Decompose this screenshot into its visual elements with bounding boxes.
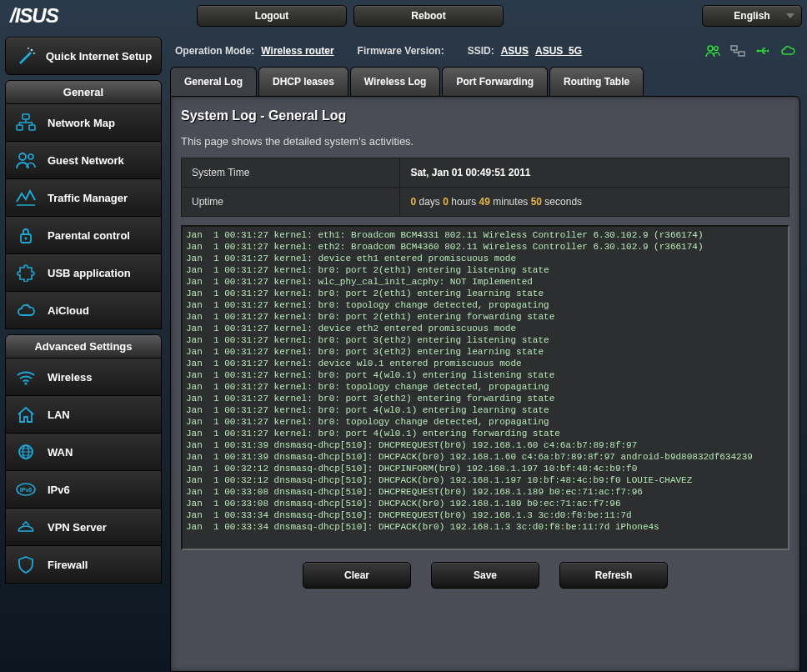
sidebar-item-ipv6[interactable]: IPv6IPv6 — [5, 471, 162, 509]
sidebar-item-wireless[interactable]: Wireless — [5, 359, 162, 396]
sidebar-item-vpn-server[interactable]: VPN Server — [5, 509, 162, 546]
svg-rect-17 — [731, 46, 737, 50]
globe-icon — [14, 442, 38, 462]
tab-routing-table[interactable]: Routing Table — [549, 67, 644, 96]
op-mode-value[interactable]: Wireless router — [261, 45, 333, 57]
refresh-button[interactable]: Refresh — [559, 562, 668, 589]
cloud-status-icon[interactable] — [780, 43, 795, 58]
sidebar-item-traffic-manager[interactable]: Traffic Manager — [5, 179, 162, 217]
sidebar-item-firewall[interactable]: Firewall — [5, 546, 162, 584]
sidebar-item-lan[interactable]: LAN — [5, 396, 162, 434]
advanced-header: Advanced Settings — [5, 334, 162, 359]
svg-point-1 — [33, 53, 35, 54]
network-icon — [14, 113, 38, 133]
ssid-2[interactable]: ASUS_5G — [535, 45, 582, 57]
sidebar-item-guest-network[interactable]: Guest Network — [5, 142, 162, 179]
log-panel: System Log - General Log This page shows… — [170, 96, 800, 672]
svg-point-6 — [19, 153, 26, 160]
usb-status-icon[interactable] — [755, 43, 770, 58]
sidebar-item-label: VPN Server — [48, 521, 107, 534]
puzzle-icon — [14, 263, 38, 283]
chevron-down-icon — [786, 13, 794, 18]
tab-general-log[interactable]: General Log — [170, 67, 257, 96]
general-nav: General Network MapGuest NetworkTraffic … — [5, 80, 162, 329]
quick-internet-setup[interactable]: Quick Internet Setup — [5, 37, 162, 75]
house-icon — [14, 404, 38, 424]
sidebar-item-parental-control[interactable]: Parental control — [5, 217, 162, 254]
wan-status-icon[interactable] — [730, 43, 745, 58]
svg-rect-18 — [739, 52, 744, 56]
general-header: General — [5, 80, 162, 104]
panel-title: System Log - General Log — [181, 108, 789, 123]
sidebar-item-label: WAN — [48, 446, 73, 459]
svg-text:IPv6: IPv6 — [20, 487, 33, 493]
traffic-icon — [14, 188, 38, 208]
sidebar-item-usb-application[interactable]: USB application — [5, 254, 162, 292]
info-bar: Operation Mode: Wireless router Firmware… — [170, 38, 800, 67]
ipv6-icon: IPv6 — [14, 479, 38, 499]
svg-point-15 — [708, 46, 713, 51]
cloud-icon — [14, 300, 38, 320]
svg-point-2 — [28, 48, 29, 49]
system-time-label: System Time — [182, 158, 400, 188]
sidebar-item-label: USB application — [48, 267, 131, 279]
sidebar-item-wan[interactable]: WAN — [5, 434, 162, 471]
sidebar-item-label: AiCloud — [48, 304, 89, 317]
advanced-nav: Advanced Settings WirelessLANWANIPv6IPv6… — [5, 334, 162, 584]
tab-port-forwarding[interactable]: Port Forwarding — [442, 67, 548, 96]
sidebar-item-label: LAN — [48, 409, 70, 421]
sidebar-item-label: Firewall — [48, 559, 88, 571]
system-log-textarea[interactable] — [181, 225, 789, 550]
clear-button[interactable]: Clear — [303, 562, 411, 589]
shield-icon — [14, 554, 38, 574]
sidebar-item-label: Traffic Manager — [48, 192, 128, 204]
language-selector[interactable]: English — [702, 5, 802, 27]
sidebar-item-label: Parental control — [48, 229, 130, 242]
logout-button[interactable]: Logout — [197, 5, 347, 27]
wand-icon — [14, 44, 38, 68]
svg-point-0 — [31, 49, 33, 52]
ssid-label: SSID: — [468, 45, 494, 57]
qis-label: Quick Internet Setup — [46, 50, 152, 63]
sidebar-item-label: IPv6 — [48, 484, 70, 496]
system-time-value: Sat, Jan 01 00:49:51 2011 — [400, 158, 789, 188]
users-status-icon[interactable] — [705, 43, 720, 58]
svg-point-16 — [714, 47, 719, 51]
sidebar-item-label: Guest Network — [48, 154, 124, 167]
reboot-button[interactable]: Reboot — [353, 5, 504, 27]
sidebar-item-label: Network Map — [48, 117, 115, 129]
lock-icon — [14, 225, 38, 245]
vpn-icon — [14, 517, 38, 537]
uptime-value: 0 days 0 hours 49 minutes 50 seconds — [400, 188, 789, 217]
sidebar-item-network-map[interactable]: Network Map — [5, 104, 162, 142]
uptime-label: Uptime — [182, 188, 400, 217]
op-mode-label: Operation Mode: — [175, 45, 254, 57]
guest-icon — [14, 150, 38, 170]
wifi-icon — [14, 367, 38, 387]
tab-dhcp-leases[interactable]: DHCP leases — [258, 67, 348, 96]
asus-logo: /ISUS — [5, 4, 82, 28]
language-label: English — [734, 10, 769, 22]
sidebar-item-label: Wireless — [48, 371, 92, 384]
svg-rect-3 — [23, 114, 29, 119]
svg-point-10 — [24, 382, 27, 384]
panel-description: This page shows the detailed system's ac… — [181, 135, 789, 148]
status-table: System Time Sat, Jan 01 00:49:51 2011 Up… — [181, 158, 789, 217]
svg-rect-4 — [17, 125, 23, 130]
save-button[interactable]: Save — [431, 562, 539, 589]
tab-wireless-log[interactable]: Wireless Log — [350, 67, 441, 96]
svg-point-7 — [28, 154, 33, 159]
svg-rect-5 — [29, 125, 35, 130]
tabs: General LogDHCP leasesWireless LogPort F… — [170, 67, 800, 96]
svg-point-9 — [25, 238, 28, 240]
ssid-1[interactable]: ASUS — [501, 45, 529, 57]
fw-label: Firmware Version: — [358, 45, 444, 57]
sidebar-item-aicloud[interactable]: AiCloud — [5, 292, 162, 329]
